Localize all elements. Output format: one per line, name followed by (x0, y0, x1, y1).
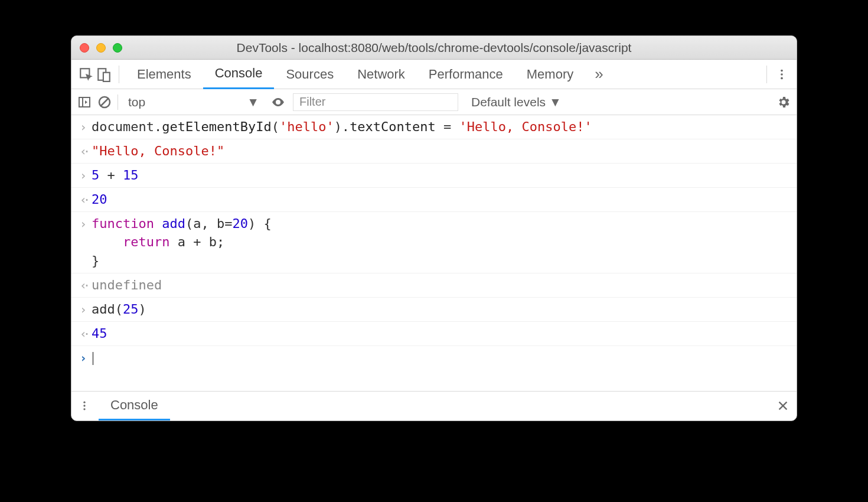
device-toggle-icon[interactable] (95, 67, 113, 82)
tab-memory[interactable]: Memory (515, 60, 585, 89)
tab-console[interactable]: Console (203, 60, 275, 89)
svg-point-3 (781, 69, 783, 71)
console-input-row: ›function add(a, b=20) { return a + b; } (71, 212, 797, 274)
devtools-window: DevTools - localhost:8080/web/tools/chro… (71, 35, 797, 421)
console-input-row: ›add(25) (71, 298, 797, 322)
log-levels-label: Default levels (471, 95, 546, 109)
prompt-input[interactable] (92, 348, 93, 367)
input-marker-icon: › (75, 214, 92, 271)
tab-performance[interactable]: Performance (417, 60, 515, 89)
svg-point-12 (83, 402, 85, 403)
code-content: "Hello, Console!" (92, 142, 224, 161)
tab-sources[interactable]: Sources (274, 60, 345, 89)
drawer-close-icon[interactable] (776, 399, 789, 412)
output-marker-icon: ‹· (75, 276, 92, 295)
live-expression-icon[interactable] (269, 95, 287, 109)
clear-console-icon[interactable] (97, 95, 112, 109)
input-marker-icon: › (75, 166, 92, 185)
code-content: document.getElementById('hello').textCon… (92, 118, 592, 136)
console-output-row: ‹·"Hello, Console!" (71, 139, 797, 164)
devtools-menu-icon[interactable] (773, 68, 791, 81)
svg-point-13 (83, 405, 85, 407)
svg-point-5 (781, 77, 783, 79)
code-content: 5 + 15 (92, 166, 139, 185)
code-content: add(25) (92, 300, 146, 319)
svg-rect-2 (103, 72, 110, 81)
tab-elements[interactable]: Elements (125, 60, 203, 89)
context-label: top (128, 95, 145, 109)
svg-point-4 (781, 73, 783, 76)
svg-point-11 (277, 101, 279, 103)
divider (118, 94, 118, 110)
output-marker-icon: ‹· (75, 190, 92, 209)
prompt-marker-icon: › (75, 348, 92, 367)
console-toolbar: top ▼ Filter Default levels ▼ (71, 89, 797, 115)
chevron-down-icon: ▼ (549, 95, 562, 109)
svg-point-14 (83, 408, 85, 410)
drawer-menu-icon[interactable] (79, 400, 90, 412)
code-content: undefined (92, 276, 162, 295)
svg-line-10 (100, 98, 109, 106)
filter-placeholder: Filter (299, 95, 325, 109)
tab-network[interactable]: Network (345, 60, 417, 89)
drawer-tab-console[interactable]: Console (99, 391, 170, 420)
window-title: DevTools - localhost:8080/web/tools/chro… (71, 41, 797, 55)
input-marker-icon: › (75, 118, 92, 136)
console-prompt[interactable]: › (71, 346, 797, 370)
divider (119, 66, 119, 83)
code-content: 45 (92, 324, 107, 343)
devtools-tabs: Elements Console Sources Network Perform… (71, 60, 797, 89)
context-selector[interactable]: top ▼ (124, 93, 263, 111)
output-marker-icon: ‹· (75, 324, 92, 343)
divider (766, 66, 767, 83)
console-input-row: ›document.getElementById('hello').textCo… (71, 115, 797, 139)
output-marker-icon: ‹· (75, 142, 92, 161)
tabs-overflow-icon[interactable]: » (585, 65, 612, 83)
code-content: function add(a, b=20) { return a + b; } (92, 214, 272, 271)
code-content: 20 (92, 190, 107, 209)
log-levels-selector[interactable]: Default levels ▼ (471, 95, 562, 109)
console-output-row: ‹·45 (71, 322, 797, 346)
input-marker-icon: › (75, 300, 92, 319)
console-settings-icon[interactable] (776, 95, 791, 109)
svg-marker-8 (85, 100, 87, 104)
titlebar: DevTools - localhost:8080/web/tools/chro… (71, 36, 797, 60)
console-output-row: ‹·20 (71, 188, 797, 212)
drawer: Console (71, 391, 797, 420)
console-input-row: ›5 + 15 (71, 164, 797, 188)
chevron-down-icon: ▼ (247, 95, 259, 109)
console-sidebar-toggle-icon[interactable] (77, 95, 92, 109)
svg-rect-6 (79, 97, 90, 107)
inspect-element-icon[interactable] (77, 67, 95, 82)
console-output-row: ‹·undefined (71, 273, 797, 298)
filter-input[interactable]: Filter (293, 93, 458, 111)
console-output: ›document.getElementById('hello').textCo… (71, 115, 797, 370)
console-spacer (71, 370, 797, 391)
